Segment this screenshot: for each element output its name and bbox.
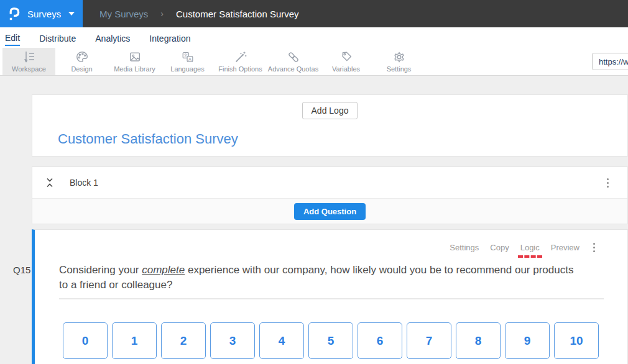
toolbar-item-finish-options[interactable]: Finish Options <box>214 48 267 75</box>
toolbar-item-label: Advance Quotas <box>268 65 318 73</box>
svg-text:A: A <box>188 57 192 62</box>
workspace-icon <box>22 50 37 64</box>
question-actions: Settings Copy Logic Preview <box>35 230 627 255</box>
breadcrumb-current: Customer Satisfaction Survey <box>176 9 299 19</box>
toolbar-item-label: Finish Options <box>218 65 262 73</box>
question-text[interactable]: Considering your complete experience wit… <box>59 263 578 293</box>
nps-option-8[interactable]: 8 <box>456 322 501 359</box>
top-bar: Surveys My Surveys › Customer Satisfacti… <box>0 0 628 27</box>
survey-header-card: Add Logo Customer Satisfaction Survey <box>32 94 628 157</box>
toolbar-item-workspace[interactable]: Workspace <box>2 48 55 75</box>
question-menu-icon[interactable] <box>591 240 598 255</box>
brand-logo-icon <box>7 6 21 22</box>
question-text-emphasis: complete <box>142 264 185 276</box>
nps-option-2[interactable]: 2 <box>161 322 206 359</box>
toolbar-item-design[interactable]: Design <box>55 48 108 75</box>
toolbar-item-advance-quotas[interactable]: Advance Quotas <box>267 48 320 75</box>
nps-option-7[interactable]: 7 <box>407 322 451 359</box>
nps-option-0[interactable]: 0 <box>63 322 108 359</box>
chevron-down-icon <box>68 12 75 16</box>
collapse-block-icon[interactable] <box>45 178 54 188</box>
add-logo-button[interactable]: Add Logo <box>302 102 358 119</box>
editor-toolbar: Workspace Design Media Library <box>0 48 628 76</box>
question-number: Q15 <box>13 265 30 275</box>
toolbar-item-settings[interactable]: Settings <box>372 48 425 75</box>
nps-option-6[interactable]: 6 <box>358 322 402 359</box>
nps-option-4[interactable]: 4 <box>259 322 304 359</box>
question-preview-link[interactable]: Preview <box>551 243 580 252</box>
media-library-icon <box>127 50 142 64</box>
question-gutter: Q15 <box>0 229 32 364</box>
nps-option-10[interactable]: 10 <box>554 322 599 359</box>
tab-integration[interactable]: Integration <box>149 30 190 45</box>
question-divider <box>59 298 604 299</box>
product-name: Surveys <box>27 9 61 19</box>
nps-option-3[interactable]: 3 <box>210 322 255 359</box>
tab-distribute[interactable]: Distribute <box>39 30 76 45</box>
toolbar-item-media-library[interactable]: Media Library <box>108 48 161 75</box>
finish-options-icon <box>233 50 248 64</box>
toolbar-item-variables[interactable]: Variables <box>320 48 372 75</box>
design-icon <box>75 50 90 64</box>
nps-scale: 0 1 2 3 4 5 6 7 8 9 10 <box>63 322 627 359</box>
toolbar-item-label: Design <box>71 65 92 73</box>
toolbar-item-label: Variables <box>332 65 360 73</box>
svg-text:文: 文 <box>183 53 187 58</box>
add-question-button[interactable]: Add Question <box>294 203 366 220</box>
block-menu-icon[interactable] <box>604 176 611 190</box>
toolbar-item-label: Media Library <box>114 65 155 73</box>
block-header: Block 1 <box>32 167 627 198</box>
variables-icon <box>339 50 354 64</box>
breadcrumb: My Surveys › Customer Satisfaction Surve… <box>99 0 299 27</box>
survey-url-field[interactable] <box>592 53 628 70</box>
toolbar-item-label: Languages <box>170 65 204 73</box>
block-name[interactable]: Block 1 <box>70 178 98 188</box>
breadcrumb-my-surveys[interactable]: My Surveys <box>99 9 148 19</box>
breadcrumb-separator: › <box>160 9 164 19</box>
section-nav: Edit Distribute Analytics Integration <box>0 27 628 48</box>
block-card: Block 1 Add Question <box>32 166 628 224</box>
question-row: Q15 Settings Copy Logic Preview Consider… <box>0 229 628 364</box>
nps-option-5[interactable]: 5 <box>308 322 353 359</box>
survey-canvas: Add Logo Customer Satisfaction Survey Bl… <box>0 76 628 364</box>
toolbar-item-label: Workspace <box>12 65 46 73</box>
question-logic-link[interactable]: Logic <box>520 243 540 252</box>
tab-analytics[interactable]: Analytics <box>95 30 130 45</box>
question-settings-link[interactable]: Settings <box>450 243 479 252</box>
tab-edit[interactable]: Edit <box>5 30 20 46</box>
question-card[interactable]: Settings Copy Logic Preview Considering … <box>32 229 628 364</box>
block-footer: Add Question <box>32 198 627 224</box>
nps-option-1[interactable]: 1 <box>112 322 157 359</box>
languages-icon: 文 A <box>180 50 195 64</box>
settings-icon <box>392 50 407 64</box>
nps-option-9[interactable]: 9 <box>505 322 550 359</box>
toolbar-item-languages[interactable]: 文 A Languages <box>161 48 214 75</box>
product-switcher[interactable]: Surveys <box>0 0 83 27</box>
question-text-part: Considering your <box>59 264 142 276</box>
survey-title[interactable]: Customer Satisfaction Survey <box>58 131 238 147</box>
advance-quotas-icon <box>286 50 301 64</box>
question-copy-link[interactable]: Copy <box>490 243 509 252</box>
toolbar-item-label: Settings <box>387 65 412 73</box>
